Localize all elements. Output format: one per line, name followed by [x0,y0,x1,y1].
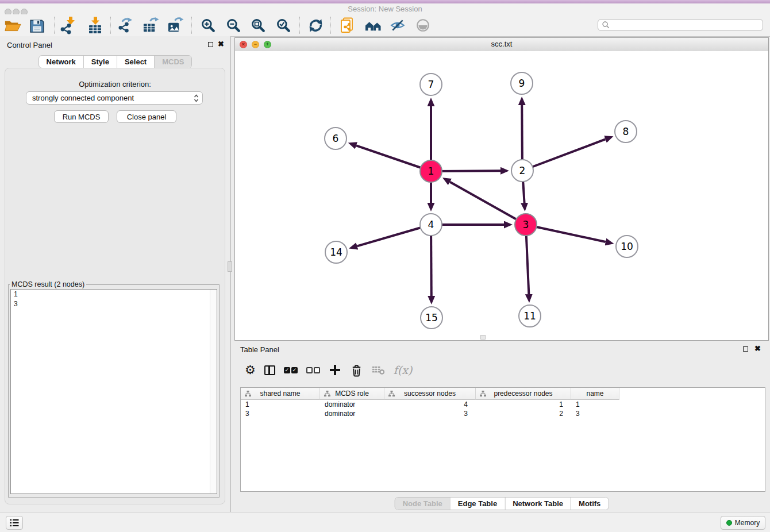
status-bar: Memory [0,512,770,532]
tab-select[interactable]: Select [117,56,154,68]
column-layout-icon[interactable] [264,363,275,377]
table-cell: 3 [241,409,320,418]
save-icon[interactable] [27,16,47,35]
deselect-all-columns-icon[interactable] [306,363,320,377]
network-window-title: scc.txt [235,40,768,48]
edge-2-8[interactable] [522,139,605,171]
tab-mcds[interactable]: MCDS [154,56,191,68]
node-11[interactable]: 11 [518,304,541,327]
app-title: Session: New Session [0,5,770,13]
task-history-button[interactable] [6,516,23,530]
export-table-icon[interactable] [141,16,160,35]
memory-button[interactable]: Memory [721,516,765,530]
criterion-select[interactable]: strongly connected component [26,91,203,105]
table-cell: 1 [571,400,619,409]
document-network-icon[interactable] [338,16,357,35]
tab-style[interactable]: Style [83,56,117,68]
import-table-icon[interactable] [86,16,105,35]
toolbar-separator [54,17,55,34]
table-panel: Table Panel ✖ ⚙ ✓✓ f(x) shared nameMCDS … [234,342,769,512]
tab-edge-table[interactable]: Edge Table [450,498,505,510]
zoom-out-icon[interactable] [224,16,243,35]
network-canvas: 7968124314101511 [235,51,768,340]
node-8[interactable]: 8 [614,120,637,143]
control-panel-title: Control Panel [7,41,52,49]
toolbar-separator [191,17,192,34]
table-row[interactable]: 1dominator411 [241,400,765,409]
column-header-name[interactable]: name [571,388,619,400]
control-panel: Control Panel ✖ NetworkStyleSelectMCDS O… [0,36,231,512]
list-icon [9,517,20,529]
column-header-successor-nodes[interactable]: successor nodes [384,388,476,400]
float-table-panel-icon[interactable] [743,346,748,352]
node-2[interactable]: 2 [511,159,534,182]
table-row[interactable]: 3dominator323 [241,409,765,418]
node-6[interactable]: 6 [324,127,347,150]
node-3[interactable]: 3 [514,213,537,236]
column-header-MCDS-role[interactable]: MCDS role [320,388,384,400]
table-cell: dominator [320,400,384,409]
delete-column-icon[interactable] [350,363,363,377]
add-column-icon[interactable] [329,363,341,377]
node-10[interactable]: 10 [615,235,638,258]
delete-table-icon [372,363,385,377]
window-resize-handle[interactable] [480,335,486,340]
network-window-titlebar[interactable]: × − + scc.txt [235,38,768,52]
table-panel-tabs: Node TableEdge TableNetwork TableMotifs [395,497,609,510]
edge-3-1[interactable] [450,182,526,225]
search-icon [602,21,610,29]
edge-3-10[interactable] [526,225,606,242]
tab-network[interactable]: Network [39,56,83,68]
column-header-shared-name[interactable]: shared name [241,388,320,400]
optimization-label: Optimization criterion: [5,80,225,88]
refresh-icon[interactable] [306,16,325,35]
mcds-result-line: 3 [11,299,217,309]
float-panel-icon[interactable] [208,42,213,47]
panel-splitter-handle[interactable] [228,261,232,272]
tab-network-table[interactable]: Network Table [505,498,571,510]
open-folder-icon[interactable] [3,16,22,35]
node-9[interactable]: 9 [510,72,533,95]
tab-motifs[interactable]: Motifs [571,498,608,510]
eye-hidden-icon[interactable] [388,16,407,35]
table-toolbar: ⚙ ✓✓ f(x) [245,361,412,379]
mcds-result-box[interactable]: 13 [10,289,217,494]
node-15[interactable]: 15 [420,306,443,329]
toolbar-separator [330,17,331,34]
select-stepper-icon [194,94,199,105]
close-table-panel-icon[interactable]: ✖ [754,344,761,353]
close-panel-button[interactable]: Close panel [117,110,176,123]
zoom-selected-icon[interactable] [274,16,293,35]
export-image-icon[interactable] [165,16,185,35]
select-all-columns-icon[interactable]: ✓✓ [284,363,298,377]
table-cell: dominator [320,409,384,418]
result-scrollbar[interactable] [210,290,217,494]
table-header-row: shared nameMCDS rolesuccessor nodesprede… [241,388,765,400]
import-network-icon[interactable] [58,16,78,35]
run-mcds-button[interactable]: Run MCDS [54,110,109,123]
zoom-in-icon[interactable] [198,16,218,35]
tab-node-table[interactable]: Node Table [395,498,450,510]
table-cell: 4 [384,400,476,409]
table-settings-icon[interactable]: ⚙ [245,363,256,377]
memory-label: Memory [735,519,760,527]
criterion-value: strongly connected component [32,94,134,102]
main-toolbar [0,14,770,37]
node-1[interactable]: 1 [419,160,442,183]
column-header-predecessor-nodes[interactable]: predecessor nodes [476,388,571,400]
node-14[interactable]: 14 [325,241,348,264]
node-7[interactable]: 7 [419,73,442,96]
close-panel-icon[interactable]: ✖ [218,40,224,48]
export-network-icon[interactable] [116,16,135,35]
table-cell: 1 [476,400,571,409]
mcds-result-title: MCDS result (2 nodes) [10,280,86,288]
search-input[interactable] [610,21,759,30]
houses-icon[interactable] [363,16,383,35]
search-field [598,19,763,31]
table-cell: 1 [241,400,320,409]
mcds-result-line: 1 [11,290,217,299]
zoom-fit-icon[interactable] [248,16,268,35]
network-window: × − + scc.txt 7968124314101511 [234,37,769,341]
app-titlebar: Session: New Session [0,3,770,14]
node-4[interactable]: 4 [419,213,442,236]
